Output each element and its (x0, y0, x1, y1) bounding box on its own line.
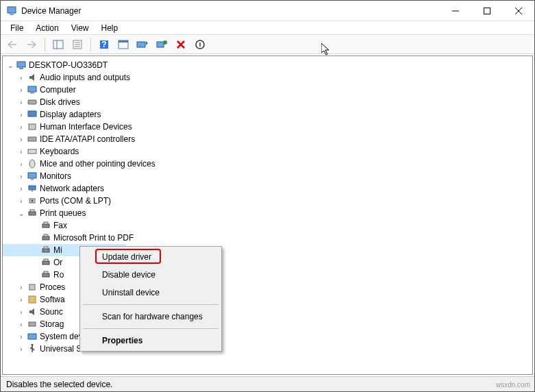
ctx-disable-device[interactable]: Disable device (82, 266, 220, 284)
disable-button[interactable] (192, 37, 208, 52)
ctx-uninstall-device[interactable]: Uninstall device (82, 284, 220, 302)
tree-item[interactable]: ›IDE ATA/ATAPI controllers (3, 133, 532, 145)
tree-item[interactable]: ›Network adapters (3, 182, 532, 195)
keyboard-icon (26, 146, 38, 157)
tree-item-label: Mice and other pointing devices (40, 159, 155, 169)
titlebar: Device Manager (1, 1, 534, 21)
svg-rect-39 (42, 224, 49, 228)
forward-button[interactable] (24, 37, 39, 52)
tree-item[interactable]: ›Audio inputs and outputs (3, 71, 532, 84)
tree-item-print-queues[interactable]: ⌄Print queues (3, 207, 532, 219)
help-button[interactable]: ? (97, 37, 112, 52)
chevron-right-icon[interactable]: › (16, 159, 26, 169)
chevron-right-icon[interactable]: › (16, 85, 26, 95)
statusbar: Disables the selected device. (1, 376, 534, 391)
tree-item-label: Or (53, 258, 62, 267)
tree-item[interactable]: ›Computer (3, 84, 532, 96)
tree-item[interactable]: ›Keyboards (3, 145, 532, 158)
toolbar: ? (1, 35, 534, 54)
tree-item[interactable]: ›Monitors (3, 170, 532, 182)
chevron-right-icon[interactable]: › (16, 295, 26, 304)
menu-help[interactable]: Help (96, 22, 124, 34)
tree-item[interactable]: ›Human Interface Devices (3, 121, 532, 133)
tree-item[interactable]: ›Ports (COM & LPT) (3, 195, 532, 207)
scan-hardware-button[interactable] (154, 37, 169, 52)
menu-view[interactable]: View (66, 22, 95, 34)
svg-rect-40 (44, 222, 48, 224)
svg-rect-21 (19, 68, 23, 69)
update-driver-button[interactable] (135, 37, 150, 52)
tree-item[interactable]: ›Display adapters (3, 108, 532, 121)
tree-item[interactable]: ›Mice and other pointing devices (3, 158, 532, 170)
chevron-right-icon[interactable]: › (16, 307, 26, 317)
tree-item-label: Keyboards (40, 147, 79, 156)
chevron-right-icon[interactable]: › (16, 332, 26, 341)
chevron-right-icon[interactable]: › (16, 184, 26, 193)
network-icon (26, 183, 38, 194)
chevron-right-icon[interactable]: › (16, 97, 26, 107)
svg-rect-20 (17, 62, 25, 67)
context-menu: Update driver Disable device Uninstall d… (79, 246, 222, 352)
chevron-right-icon[interactable]: › (16, 134, 26, 144)
svg-rect-46 (44, 259, 48, 261)
chevron-down-icon[interactable]: ⌄ (16, 208, 26, 218)
close-button[interactable] (503, 1, 534, 21)
menu-action[interactable]: Action (30, 22, 64, 34)
chevron-right-icon[interactable]: › (16, 73, 26, 82)
tree-item-label: Human Interface Devices (40, 122, 132, 132)
svg-point-18 (163, 40, 167, 45)
svg-rect-47 (42, 273, 49, 277)
context-menu-separator (83, 328, 219, 329)
ctx-scan-hardware[interactable]: Scan for hardware changes (82, 308, 220, 326)
svg-rect-49 (29, 284, 35, 290)
ctx-properties[interactable]: Properties (82, 332, 220, 350)
chevron-right-icon[interactable]: › (16, 282, 26, 292)
chevron-right-icon[interactable]: › (16, 147, 26, 156)
chevron-right-icon[interactable]: › (16, 344, 26, 354)
show-hide-tree-button[interactable] (51, 37, 66, 52)
chevron-right-icon[interactable]: › (16, 319, 26, 329)
svg-rect-22 (28, 86, 36, 92)
maximize-button[interactable] (471, 1, 503, 21)
printer-icon (40, 232, 52, 243)
ide-icon (26, 134, 38, 145)
properties-button[interactable] (70, 37, 85, 52)
svg-point-30 (29, 160, 35, 168)
tree-item-label: Monitors (40, 171, 71, 181)
svg-rect-42 (44, 234, 48, 236)
port-icon (26, 195, 38, 206)
svg-rect-24 (28, 100, 36, 104)
back-button[interactable] (5, 37, 20, 52)
svg-rect-15 (119, 40, 128, 42)
window-title: Device Manager (21, 6, 440, 16)
ctx-update-driver[interactable]: Update driver (82, 248, 220, 266)
computer-icon (15, 60, 27, 71)
tree-item-label: IDE ATA/ATAPI controllers (40, 134, 135, 144)
chevron-right-icon[interactable]: › (16, 122, 26, 132)
svg-rect-1 (10, 14, 14, 15)
tree-item[interactable]: ›Disk drives (3, 96, 532, 108)
chevron-right-icon[interactable]: › (16, 171, 26, 181)
action-button[interactable] (116, 37, 131, 52)
menu-file[interactable]: File (5, 22, 29, 34)
tree-item[interactable]: Fax (3, 219, 532, 232)
chevron-right-icon[interactable]: › (16, 110, 26, 119)
svg-rect-37 (29, 212, 36, 215)
storage-icon (26, 319, 38, 330)
minimize-button[interactable] (440, 1, 471, 21)
uninstall-button[interactable] (173, 37, 188, 52)
display-icon (26, 109, 38, 120)
tree-item-label: Sounc (40, 307, 63, 317)
cpu-icon (26, 282, 38, 293)
svg-rect-41 (42, 236, 49, 240)
tree-root[interactable]: ⌄ DESKTOP-UO336DT (3, 59, 532, 71)
chevron-right-icon[interactable]: › (16, 196, 26, 206)
disk-icon (26, 97, 38, 108)
watermark: wsxdn.com (496, 381, 530, 389)
tree-item[interactable]: Microsoft Print to PDF (3, 232, 532, 244)
chevron-down-icon[interactable]: ⌄ (5, 60, 15, 70)
tree-item-label: Proces (40, 282, 65, 292)
svg-rect-38 (30, 210, 34, 212)
statusbar-text: Disables the selected device. (6, 380, 112, 389)
sound-icon (26, 306, 38, 317)
